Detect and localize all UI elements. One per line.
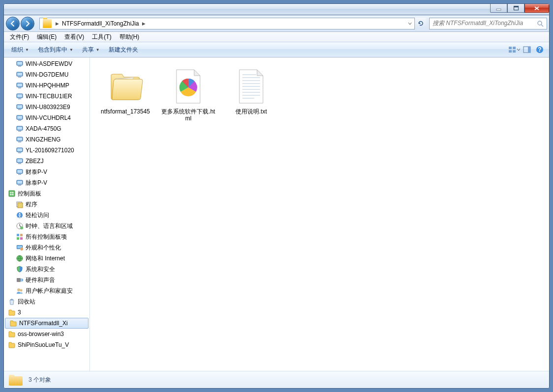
file-item[interactable]: 更多系统软件下载.html (159, 63, 218, 125)
tree-item[interactable]: WIN-ASDFEWDV (4, 58, 89, 69)
tree-item[interactable]: WIN-DG7DEMU (4, 69, 89, 80)
breadcrumb-path[interactable]: NTFSFormatdll_XiTongZhiJia (61, 20, 140, 27)
svg-point-50 (10, 192, 12, 194)
menu-edit[interactable]: 编辑(E) (33, 32, 60, 42)
file-list[interactable]: ntfsformat_173545 更多系统软件下载.html (90, 57, 549, 371)
include-button[interactable]: 包含到库中▼ (33, 44, 78, 56)
svg-point-59 (20, 226, 23, 229)
tree-folder[interactable]: oss-browser-win3 (4, 329, 89, 339)
tree-item[interactable]: 系统和安全 (4, 264, 89, 275)
forward-button[interactable] (21, 17, 34, 30)
newfolder-button[interactable]: 新建文件夹 (104, 44, 143, 56)
status-bar: 3 个对象 (4, 371, 549, 388)
folder-icon (106, 67, 145, 106)
tree-recycle-bin[interactable]: 回收站 (4, 296, 89, 307)
preview-pane-button[interactable] (521, 44, 533, 55)
menu-file[interactable]: 文件(F) (6, 32, 33, 42)
menu-bar: 文件(F) 编辑(E) 查看(V) 工具(T) 帮助(H) (4, 32, 549, 42)
tree-label: 程序 (26, 200, 37, 209)
prog-icon (16, 200, 24, 208)
svg-point-66 (20, 248, 23, 251)
tree-item[interactable]: 时钟、语言和区域 (4, 221, 89, 231)
tree-label: 所有控制面板项 (26, 233, 67, 241)
tree-label: 硬件和声音 (26, 276, 55, 284)
title-bar (4, 4, 549, 15)
minimize-button[interactable] (490, 4, 507, 13)
svg-rect-18 (18, 77, 21, 78)
svg-rect-73 (11, 299, 12, 299)
svg-rect-29 (17, 116, 22, 119)
nav-tree[interactable]: WIN-ASDFEWDVWIN-DG7DEMUWIN-HPQHHMPWIN-TE… (4, 57, 90, 371)
computer-icon (16, 71, 24, 79)
tree-item[interactable]: WIN-HPQHHMP (4, 80, 89, 91)
file-item[interactable]: 使用说明.txt (222, 63, 281, 125)
tree-item[interactable]: 网络和 Internet (4, 253, 89, 264)
back-button[interactable] (6, 17, 20, 30)
svg-rect-24 (18, 98, 21, 99)
tree-control-panel[interactable]: 控制面板 (4, 188, 89, 199)
svg-rect-47 (17, 181, 22, 184)
help-button[interactable]: ? (533, 44, 546, 55)
address-bar[interactable]: ▶ NTFSFormatdll_XiTongZhiJia ▶ (39, 18, 426, 29)
svg-rect-45 (18, 174, 21, 175)
tree-label: ZBEZJ (26, 158, 44, 165)
tree-item[interactable]: YL-201609271020 (4, 145, 89, 156)
svg-rect-63 (20, 237, 23, 240)
folder-icon (43, 19, 52, 28)
share-button[interactable]: 共享▼ (78, 44, 104, 56)
tree-item[interactable]: 脉泰P-V (4, 177, 89, 188)
tree-item[interactable]: WIN-VCUHDRL4 (4, 112, 89, 123)
tree-label: ShiPinSuoLueTu_V (18, 341, 69, 348)
tree-item[interactable]: 用户帐户和家庭安 (4, 285, 89, 296)
svg-rect-21 (18, 87, 21, 88)
svg-rect-48 (18, 185, 21, 186)
tree-label: 外观和个性化 (26, 244, 61, 252)
hw-icon (16, 276, 24, 284)
tree-label: 财泰P-V (26, 168, 47, 176)
file-name: 使用说明.txt (234, 108, 268, 115)
tree-label: 脉泰P-V (26, 179, 47, 187)
organize-button[interactable]: 组织▼ (7, 44, 33, 56)
tree-item[interactable]: XINGZHENG (4, 134, 89, 145)
tree-item[interactable]: 外观和个性化 (4, 242, 89, 253)
explorer-window: ▶ NTFSFormatdll_XiTongZhiJia ▶ 搜索 NTFSFo… (3, 3, 550, 389)
maximize-button[interactable] (507, 4, 524, 13)
access-icon (16, 211, 24, 219)
tree-item[interactable]: 硬件和声音 (4, 275, 89, 285)
tree-folder[interactable]: ShiPinSuoLueTu_V (4, 339, 89, 350)
file-item[interactable]: ntfsformat_173545 (96, 63, 155, 125)
svg-rect-5 (509, 47, 512, 49)
close-button[interactable] (524, 4, 549, 13)
svg-rect-26 (17, 105, 22, 108)
menu-tools[interactable]: 工具(T) (88, 32, 115, 42)
search-icon (537, 20, 544, 27)
tree-label: WIN-VCUHDRL4 (26, 114, 71, 121)
view-options-button[interactable] (508, 44, 521, 55)
tree-item[interactable]: 财泰P-V (4, 167, 89, 177)
svg-point-53 (12, 194, 14, 196)
tree-folder[interactable]: 3 (4, 307, 89, 318)
tree-item[interactable]: ZBEZJ (4, 156, 89, 167)
address-dropdown[interactable] (406, 18, 414, 29)
svg-rect-10 (528, 47, 530, 53)
tree-item[interactable]: XADA-4750G (4, 123, 89, 134)
user-icon (16, 287, 24, 295)
tree-item[interactable]: 轻松访问 (4, 210, 89, 221)
search-box[interactable]: 搜索 NTFSFormatdll_XiTongZhiJia (429, 18, 547, 29)
refresh-button[interactable] (414, 18, 426, 29)
tree-item[interactable]: 程序 (4, 199, 89, 210)
recycle-bin-icon (8, 298, 16, 306)
control-panel-icon (8, 190, 16, 197)
tree-folder[interactable]: NTFSFormatdll_Xi (5, 318, 88, 329)
menu-help[interactable]: 帮助(H) (116, 32, 144, 42)
tree-item[interactable]: WIN-U803923E9 (4, 102, 89, 112)
tree-label: WIN-TECBU1IER (26, 93, 72, 100)
tree-label: 控制面板 (18, 190, 41, 198)
menu-view[interactable]: 查看(V) (60, 32, 88, 42)
tree-label: XINGZHENG (26, 136, 60, 143)
computer-icon (16, 114, 24, 122)
svg-rect-8 (513, 50, 516, 53)
tree-item[interactable]: WIN-TECBU1IER (4, 91, 89, 102)
computer-icon (16, 157, 24, 165)
tree-item[interactable]: 所有控制面板项 (4, 231, 89, 242)
